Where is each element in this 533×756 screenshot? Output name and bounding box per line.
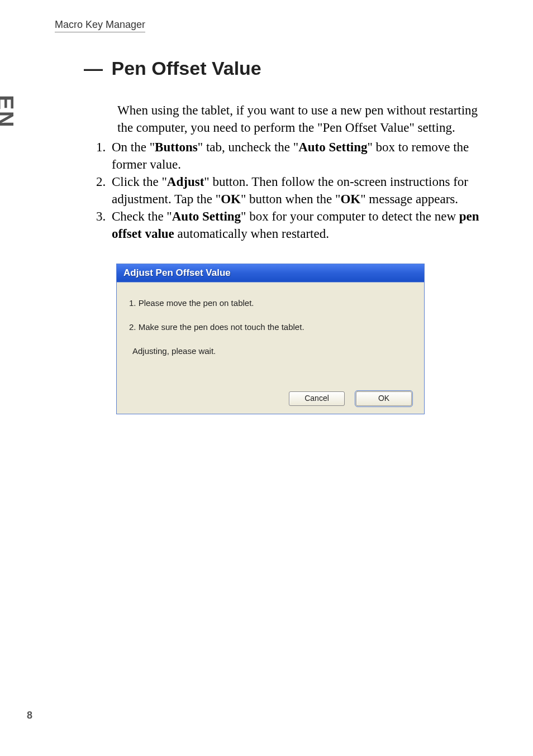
step-text: Click the "Adjust" button. Then follow t…: [112, 173, 486, 208]
dialog-instruction-1: 1. Please move the pen on tablet.: [129, 298, 412, 308]
dialog-status: Adjusting, please wait.: [129, 346, 412, 356]
section-heading: — Pen Offset Value: [84, 56, 486, 79]
heading-text: Pen Offset Value: [111, 58, 261, 79]
step-3: 3. Check the "Auto Setting" box for your…: [96, 208, 486, 242]
step-number: 1.: [96, 138, 112, 173]
page-number: 8: [27, 710, 32, 721]
language-indicator: EN: [0, 95, 18, 128]
dialog-button-row: Cancel OK: [129, 370, 412, 406]
intro-paragraph: When using the tablet, if you want to us…: [117, 102, 486, 136]
dialog-body: 1. Please move the pen on tablet. 2. Mak…: [117, 282, 424, 414]
content-area: — Pen Offset Value When using the tablet…: [84, 56, 486, 414]
step-number: 2.: [96, 173, 112, 208]
step-2: 2. Click the "Adjust" button. Then follo…: [96, 173, 486, 208]
dialog-titlebar: Adjust Pen Offset Value: [117, 264, 424, 282]
doc-header: Macro Key Manager: [55, 19, 145, 32]
step-text: On the "Buttons" tab, uncheck the "Auto …: [112, 138, 486, 173]
ok-button[interactable]: OK: [356, 391, 412, 406]
heading-dash: —: [84, 58, 106, 79]
step-1: 1. On the "Buttons" tab, uncheck the "Au…: [96, 138, 486, 173]
cancel-button[interactable]: Cancel: [289, 391, 345, 406]
step-number: 3.: [96, 208, 112, 242]
dialog-adjust-pen-offset: Adjust Pen Offset Value 1. Please move t…: [116, 264, 425, 414]
step-text: Check the "Auto Setting" box for your co…: [112, 208, 486, 242]
dialog-instruction-2: 2. Make sure the pen does not touch the …: [129, 322, 412, 332]
